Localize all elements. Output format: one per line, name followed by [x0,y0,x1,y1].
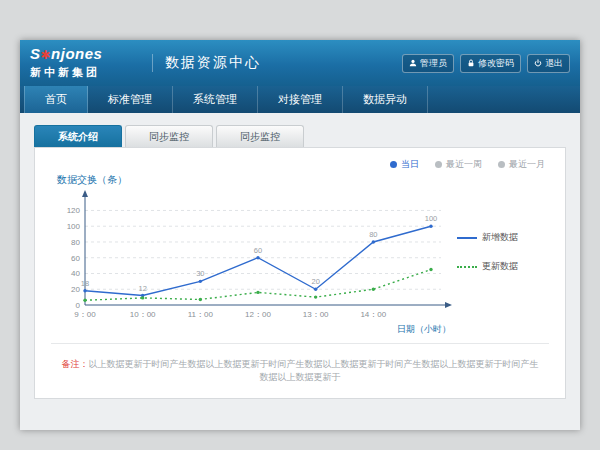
footnote: 备注：以上数据更新于时间产生数据以上数据更新于时间产生数据以上数据更新于时间产生… [49,344,551,398]
series-legend: 新增数据 更新数据 [453,231,543,273]
svg-text:18: 18 [81,279,89,288]
logout-label: 退出 [545,57,563,70]
note-label: 备注： [62,359,89,369]
logo-prefix: S [30,45,41,62]
svg-text:12：00: 12：00 [245,310,271,319]
time-filter-legend: 当日 最近一周 最近一月 [49,154,551,171]
tab-sync-monitor-1[interactable]: 同步监控 [125,125,213,147]
line-chart: 0204060801001209：0010：0011：0012：0013：001… [49,187,453,335]
svg-text:30: 30 [196,269,204,278]
content-panel: 当日 最近一周 最近一月 数据交换（条） 0204060801001209：00… [34,147,566,399]
admin-user-button[interactable]: 管理员 [402,54,454,73]
filter-today[interactable]: 当日 [390,158,419,171]
y-axis-title: 数据交换（条） [57,173,551,187]
svg-text:9：00: 9：00 [74,310,96,319]
solid-line-icon [457,237,477,239]
svg-text:80: 80 [71,238,80,247]
legend-item-new-data[interactable]: 新增数据 [457,231,543,244]
svg-text:10：00: 10：00 [130,310,156,319]
legend-update-data-label: 更新数据 [482,260,518,273]
change-password-button[interactable]: 修改密码 [460,54,521,73]
tab-bar: 系统介绍 同步监控 同步监控 [34,125,566,147]
logo-text: S✱njones [30,46,148,63]
app-window: S✱njones 新中新集团 数据资源中心 管理员 修改密码 退出 [20,40,580,430]
svg-text:80: 80 [369,230,377,239]
logo-suffix: njones [51,45,102,62]
svg-text:日期（小时）: 日期（小时） [397,324,451,334]
svg-text:0: 0 [76,301,81,310]
filter-last-week-label: 最近一周 [446,158,482,171]
svg-text:11：00: 11：00 [188,310,214,319]
logout-button[interactable]: 退出 [527,54,570,73]
power-icon [534,59,542,67]
legend-new-data-label: 新增数据 [482,231,518,244]
chart-area: 0204060801001209：0010：0011：0012：0013：001… [49,187,551,335]
svg-text:20: 20 [71,285,80,294]
svg-text:20: 20 [311,277,319,286]
svg-text:60: 60 [71,254,80,263]
filter-last-week[interactable]: 最近一周 [435,158,482,171]
page-title: 数据资源中心 [152,54,261,72]
user-label: 管理员 [420,57,447,70]
filter-today-label: 当日 [401,158,419,171]
svg-text:100: 100 [67,222,81,231]
nav-item-system-management[interactable]: 系统管理 [173,86,258,113]
svg-text:40: 40 [71,269,80,278]
svg-text:12: 12 [138,284,146,293]
legend-dot-icon [435,161,442,168]
company-name: 新中新集团 [30,65,148,80]
tab-sync-monitor-2[interactable]: 同步监控 [216,125,304,147]
filter-last-month-label: 最近一月 [509,158,545,171]
dotted-line-icon [457,266,477,268]
legend-item-update-data[interactable]: 更新数据 [457,260,543,273]
legend-dot-icon [390,161,397,168]
brand-logo: S✱njones 新中新集团 [30,46,148,80]
nav-item-data-changes[interactable]: 数据异动 [343,86,428,113]
nav-item-interface-management[interactable]: 对接管理 [258,86,343,113]
lock-icon [467,59,475,67]
svg-text:14：00: 14：00 [360,310,386,319]
svg-text:60: 60 [254,246,262,255]
logo-star-icon: ✱ [41,48,52,62]
nav-item-standard-management[interactable]: 标准管理 [88,86,173,113]
user-area: 管理员 修改密码 退出 [402,54,570,73]
svg-text:100: 100 [425,214,438,223]
change-password-label: 修改密码 [478,57,514,70]
user-icon [409,59,417,67]
content-area: 系统介绍 同步监控 同步监控 当日 最近一周 最近一月 数据交换（条） [20,113,580,430]
svg-text:13：00: 13：00 [303,310,329,319]
tab-system-intro[interactable]: 系统介绍 [34,125,122,147]
nav-item-home[interactable]: 首页 [24,86,88,113]
app-header: S✱njones 新中新集团 数据资源中心 管理员 修改密码 退出 [20,40,580,86]
main-nav: 首页 标准管理 系统管理 对接管理 数据异动 [20,86,580,113]
svg-text:120: 120 [67,206,81,215]
note-text: 以上数据更新于时间产生数据以上数据更新于时间产生数据以上数据更新于时间产生数据以… [89,359,539,382]
legend-dot-icon [498,161,505,168]
filter-last-month[interactable]: 最近一月 [498,158,545,171]
